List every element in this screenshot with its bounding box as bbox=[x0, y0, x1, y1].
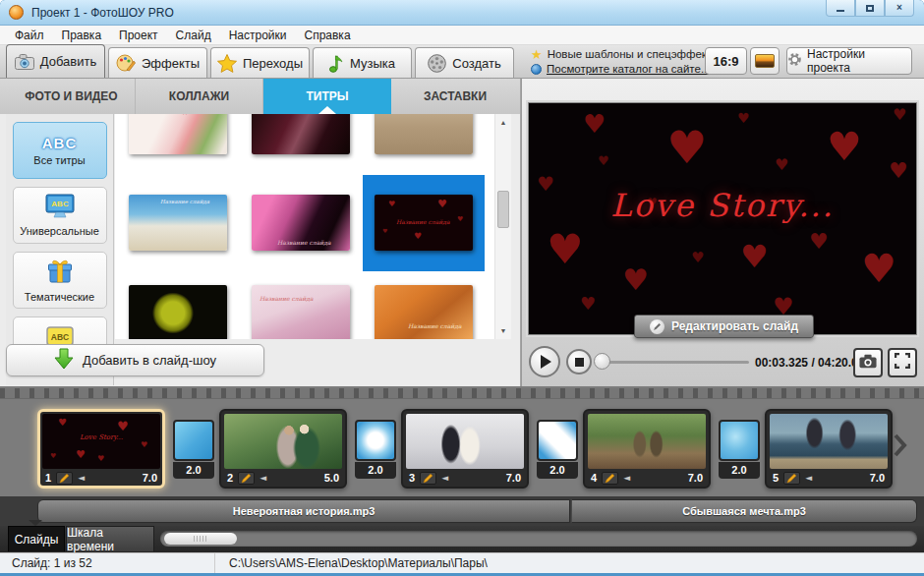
slide-edit-icon[interactable] bbox=[783, 472, 800, 485]
slide-thumbnail-text: Love Story... bbox=[42, 433, 160, 441]
transition-thumbnail bbox=[355, 420, 396, 461]
heart-decoration bbox=[141, 441, 147, 449]
menu-slide[interactable]: Слайд bbox=[167, 27, 220, 44]
minimize-button[interactable] bbox=[826, 0, 855, 17]
slide-sound-icon[interactable]: ◄ bbox=[441, 473, 448, 483]
tab-add[interactable]: Добавить bbox=[6, 44, 105, 78]
timeline-scrollbar-thumb[interactable] bbox=[164, 533, 237, 545]
timeline-slide-3[interactable]: 3 ◄ 7.0 bbox=[401, 409, 529, 489]
globe-icon bbox=[531, 64, 542, 75]
template-thumbnail[interactable]: Название слайда bbox=[252, 285, 350, 339]
tab-effects-label: Эффекты bbox=[142, 56, 200, 71]
timeline-next-icon[interactable] bbox=[893, 432, 908, 462]
transition-4[interactable]: 2.0 bbox=[719, 420, 760, 479]
timeline-scrollbar[interactable] bbox=[160, 531, 917, 547]
music-track-2[interactable]: Сбывшаяся мечта.mp3 bbox=[571, 499, 917, 523]
menu-project[interactable]: Проект bbox=[110, 27, 167, 44]
subtab-titles[interactable]: ТИТРЫ bbox=[263, 79, 391, 114]
slide-edit-icon[interactable] bbox=[56, 472, 73, 485]
template-caption: Название слайда bbox=[260, 295, 314, 302]
transition-duration: 2.0 bbox=[173, 462, 214, 479]
music-note-icon bbox=[329, 54, 344, 73]
timeline: Love Story... 1 ◄ 7.0 2.0 2 ◄ 5.0 bbox=[0, 386, 924, 496]
fullscreen-icon bbox=[895, 353, 910, 373]
palette-icon bbox=[116, 54, 136, 72]
slide-edit-icon[interactable] bbox=[420, 472, 436, 485]
slide-thumbnail bbox=[406, 414, 524, 469]
monitor-icon: ABC bbox=[45, 194, 75, 222]
slide-sound-icon[interactable]: ◄ bbox=[623, 473, 630, 483]
fullscreen-button[interactable] bbox=[888, 348, 917, 377]
category-thematic[interactable]: Тематические bbox=[13, 252, 107, 309]
play-button[interactable] bbox=[529, 346, 560, 377]
snapshot-camera-icon bbox=[859, 354, 877, 373]
heart-decoration bbox=[437, 199, 447, 209]
status-slide-count: Слайд: 1 из 52 bbox=[0, 556, 214, 570]
category-all-titles[interactable]: ABC Все титры bbox=[13, 122, 107, 179]
slide-sound-icon[interactable]: ◄ bbox=[805, 473, 812, 483]
transition-2[interactable]: 2.0 bbox=[355, 420, 396, 479]
heart-decoration bbox=[827, 127, 862, 166]
transition-1[interactable]: 2.0 bbox=[173, 420, 214, 479]
close-button[interactable]: × bbox=[885, 0, 914, 17]
template-caption: Название слайда bbox=[396, 218, 450, 225]
template-caption: Название слайда bbox=[160, 199, 209, 204]
aspect-ratio-button[interactable]: 16:9 bbox=[705, 47, 747, 75]
project-settings-label: Настройки проекта bbox=[807, 47, 911, 75]
project-settings-button[interactable]: Настройки проекта bbox=[786, 47, 912, 75]
tab-effects[interactable]: Эффекты bbox=[108, 47, 207, 78]
subtab-collages[interactable]: КОЛЛАЖИ bbox=[136, 79, 263, 114]
timeline-slide-4[interactable]: 4 ◄ 7.0 bbox=[583, 409, 711, 489]
template-caption: Название слайда bbox=[137, 114, 191, 115]
template-thumbnail[interactable]: Название слайда bbox=[375, 114, 473, 154]
music-track-1[interactable]: Невероятная история.mp3 bbox=[37, 499, 570, 523]
bottom-tab-timescale[interactable]: Шкала времени bbox=[66, 526, 154, 551]
seek-thumb[interactable] bbox=[594, 353, 610, 370]
menu-help[interactable]: Справка bbox=[295, 27, 359, 44]
heart-decoration bbox=[666, 125, 707, 170]
timeline-slide-1[interactable]: Love Story... 1 ◄ 7.0 bbox=[37, 409, 165, 489]
maximize-button[interactable] bbox=[855, 0, 885, 17]
scrollbar-thumb[interactable] bbox=[497, 191, 509, 228]
template-thumbnail[interactable] bbox=[252, 114, 350, 154]
subtab-photo-video[interactable]: ФОТО И ВИДЕО bbox=[8, 79, 136, 114]
template-thumbnail[interactable]: Название слайда bbox=[129, 195, 227, 251]
template-thumbnail[interactable] bbox=[129, 285, 227, 339]
tab-create[interactable]: Создать bbox=[415, 47, 514, 78]
menu-edit[interactable]: Правка bbox=[53, 27, 111, 44]
template-thumbnail[interactable]: Название слайда bbox=[375, 285, 473, 339]
grid-scrollbar[interactable]: ▲ ▼ bbox=[494, 114, 511, 339]
seek-bar[interactable] bbox=[602, 361, 749, 364]
menu-file[interactable]: Файл bbox=[6, 27, 53, 44]
slide-sound-icon[interactable]: ◄ bbox=[78, 473, 85, 483]
subtab-intros[interactable]: ЗАСТАВКИ bbox=[391, 79, 519, 114]
scroll-up-icon[interactable]: ▲ bbox=[495, 119, 511, 126]
template-thumbnail[interactable]: Название слайда bbox=[129, 114, 227, 154]
tab-transitions[interactable]: Переходы bbox=[210, 47, 310, 78]
transition-3[interactable]: 2.0 bbox=[537, 420, 578, 479]
bottom-tab-slides[interactable]: Слайды bbox=[8, 526, 65, 551]
template-thumbnail[interactable]: Название слайда bbox=[252, 195, 350, 251]
tab-music[interactable]: Музыка bbox=[313, 47, 412, 78]
slide-edit-icon[interactable] bbox=[238, 472, 255, 485]
menu-settings[interactable]: Настройки bbox=[220, 27, 296, 44]
add-to-slideshow-button[interactable]: Добавить в слайд-шоу bbox=[6, 344, 264, 376]
timeline-slide-2[interactable]: 2 ◄ 5.0 bbox=[219, 409, 347, 489]
slide-duration: 7.0 bbox=[870, 472, 885, 484]
scroll-down-icon[interactable]: ▼ bbox=[495, 327, 511, 334]
edit-slide-button[interactable]: Редактировать слайд bbox=[634, 315, 814, 338]
slide-sound-icon[interactable]: ◄ bbox=[260, 473, 266, 483]
slide-preview-viewport[interactable]: Love Story... bbox=[528, 102, 917, 335]
slide-duration: 5.0 bbox=[324, 472, 339, 484]
stop-button[interactable] bbox=[566, 349, 592, 374]
main-tab-bar: Добавить Эффекты Переходы Музыка bbox=[0, 45, 924, 79]
template-thumbnail-selected[interactable]: Название слайда bbox=[375, 195, 473, 251]
catalog-link[interactable]: Посмотрите каталог на сайте... bbox=[547, 62, 711, 77]
slide-edit-icon[interactable] bbox=[602, 472, 618, 485]
snapshot-button[interactable] bbox=[853, 348, 883, 377]
svg-text:ABC: ABC bbox=[50, 332, 68, 342]
app-window: Проект 1 - ФотоШОУ PRO × Файл Правка Про… bbox=[0, 0, 924, 576]
timeline-slide-5[interactable]: 5 ◄ 7.0 bbox=[765, 409, 893, 489]
category-universal[interactable]: ABC Универсальные bbox=[13, 187, 107, 244]
background-button[interactable] bbox=[750, 47, 780, 75]
